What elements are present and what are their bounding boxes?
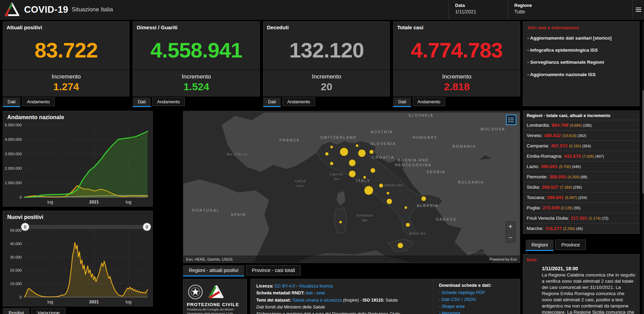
tab-dati[interactable]: Dati <box>393 97 411 106</box>
visualizza-licenza-link[interactable]: Visualizza licenza <box>299 284 333 289</box>
region-bubble[interactable] <box>421 196 426 201</box>
tab-dati[interactable]: Dati <box>133 97 150 106</box>
tab-map-regioni[interactable]: Regioni - attuali positivi <box>183 265 244 275</box>
tab-positivi[interactable]: Positivi <box>3 308 30 314</box>
tab-andamento[interactable]: Andamento <box>282 97 315 106</box>
tab-regioni[interactable]: Regioni <box>526 240 554 250</box>
region-row[interactable]: Piemonte:385.055(4.259)(88) <box>523 171 639 182</box>
protezione-civile-card: PROTEZIONE CIVILE Presidenza del Consigl… <box>183 279 247 314</box>
region-row[interactable]: Veneto:480.822(10.818)(362) <box>523 130 639 140</box>
map-country-label: HERZEGOVINA <box>395 163 432 167</box>
info-link[interactable]: - Sorveglianza settimanale Regioni <box>527 59 613 65</box>
region-row[interactable]: Marche:116.277(2.256)(45) <box>523 223 639 233</box>
svg-text:2021: 2021 <box>89 200 99 205</box>
map-country-label: HUNGARY <box>412 135 437 139</box>
map-country-label: GREECE <box>436 217 457 221</box>
increment-label: Incremento <box>312 73 341 80</box>
region-bubble[interactable] <box>358 149 366 157</box>
download-link[interactable]: - Shape aree <box>439 304 514 309</box>
tab-andamento[interactable]: Andamento <box>22 97 55 106</box>
region-bubble[interactable] <box>371 168 375 173</box>
region-total: 395.591 <box>541 164 558 169</box>
info-link[interactable]: - Aggiornamento dati sanitari [storico] <box>527 35 613 41</box>
layers-button[interactable] <box>506 115 516 125</box>
region-bubble[interactable] <box>387 192 389 195</box>
tab-andamento[interactable]: Andamento <box>152 97 185 106</box>
card-title: Deceduti <box>264 22 389 30</box>
tab-dati[interactable]: Dati <box>263 97 281 106</box>
scrollbar-thumb[interactable] <box>642 90 644 193</box>
dati-link[interactable]: dati <box>306 291 313 295</box>
info-link[interactable]: - Aggiornamento nazionale ISS <box>527 72 613 78</box>
region-increment: (407) <box>595 154 604 158</box>
app-header: COVID-19 Situazione Italia Data 1/11/202… <box>0 0 644 20</box>
hamburger-icon <box>636 7 641 13</box>
aree-link[interactable]: aree <box>316 291 325 295</box>
region-bubble[interactable] <box>405 206 407 209</box>
region-bubble[interactable] <box>379 184 383 188</box>
region-name: Friuli Venezia Giulia: <box>527 216 569 221</box>
cc-by-link[interactable]: CC-BY-4.0 <box>275 284 295 289</box>
region-row[interactable]: Puglia:273.009(3.125)(95) <box>523 202 639 213</box>
protezione-civile-logo-icon <box>5 3 19 17</box>
region-bubble[interactable] <box>340 148 348 156</box>
region-bubble[interactable] <box>330 162 333 165</box>
region-bubble[interactable] <box>387 199 392 204</box>
map-zoom-in-button[interactable]: + <box>505 221 516 232</box>
region-increment: (445) <box>572 165 581 169</box>
menu-button[interactable] <box>632 0 644 19</box>
card-title: Attuali positivi <box>3 22 129 30</box>
region-row[interactable]: Sicilia:308.527(7.384)(295) <box>523 182 639 192</box>
note-timestamp: 1/11/2021, 18:00 <box>542 266 636 271</box>
region-bubble[interactable] <box>325 152 329 156</box>
region-bubble[interactable] <box>330 146 333 148</box>
iso-label: ISO 19115: <box>363 298 384 303</box>
svg-text:30.000: 30.000 <box>10 255 22 259</box>
map-country-label: MOLDOVA <box>481 127 505 131</box>
note-panel: Note 1/11/2021, 18:00 La Regione Calabri… <box>523 254 640 314</box>
page-scrollbar[interactable] <box>642 21 644 314</box>
chart-andamento-nazionale: Andamento nazionale 5.000.0004.000.0003.… <box>3 111 153 207</box>
tab-variazione[interactable]: Variazione <box>31 308 65 314</box>
salute-umana-link[interactable]: Salute umana e sicurezza <box>292 298 342 303</box>
map-sea-label: Ligurian <box>330 172 343 176</box>
map-sea-label: Ionian Sea <box>409 231 426 235</box>
download-link[interactable]: - Dati CSV / JSON <box>439 297 514 302</box>
region-name: Emilia-Romagna: <box>527 154 562 159</box>
card-attuali-positivi: Attuali positivi 83.722 Incremento 1.274 <box>3 21 129 96</box>
region-bubble[interactable] <box>356 144 358 147</box>
region-row[interactable]: Lombardia:894.769(9.684)(186) <box>523 120 639 130</box>
map-zoom-out-button[interactable]: − <box>505 232 516 243</box>
map-canvas[interactable]: FRANCESWITZERLANDAUSTRIASLOVAKIAHUNGARYM… <box>183 111 520 263</box>
region-bubble[interactable] <box>339 221 342 223</box>
card-block-totale: Totale casi 4.774.783 Incremento 2.818 D… <box>393 21 520 107</box>
protezione-civile-triangle-icon <box>208 284 224 300</box>
region-bubble[interactable] <box>349 159 356 166</box>
download-link[interactable]: - Schede riepilogo PDF <box>439 290 514 295</box>
region-bubble[interactable] <box>364 186 373 195</box>
region-bubble[interactable] <box>369 150 374 154</box>
region-bubble[interactable] <box>398 243 403 248</box>
region-bubble[interactable] <box>363 176 366 179</box>
svg-text:10.000: 10.000 <box>10 282 22 286</box>
region-attuali: (3.125) <box>561 206 573 210</box>
map-country-label: SLOVENIA <box>370 142 396 146</box>
region-row[interactable]: Toscana:289.841(5.897)(204) <box>523 192 639 202</box>
region-bubble[interactable] <box>349 170 356 177</box>
info-link[interactable]: - Infografica epidemiologica ISS <box>527 47 613 53</box>
region-name: Sicilia: <box>527 185 540 190</box>
map-country-label: SWITZERLAND <box>320 135 357 139</box>
tab-map-province[interactable]: Province - casi totali <box>246 265 301 275</box>
tab-dati[interactable]: Dati <box>3 97 20 106</box>
region-bubble[interactable] <box>406 223 410 227</box>
svg-text:lug: lug <box>126 300 131 304</box>
region-row[interactable]: Friuli Venezia Giulia:117.301(2.174)(72) <box>523 213 639 223</box>
region-row[interactable]: Lazio:395.591(9.750)(445) <box>523 161 639 171</box>
tab-andamento[interactable]: Andamento <box>413 97 446 106</box>
download-link[interactable]: - Metadata <box>439 311 514 314</box>
region-row[interactable]: Campania:467.572(9.150)(354) <box>523 140 639 151</box>
region-row[interactable]: Emilia-Romagna:432.679(7.526)(407) <box>523 151 639 161</box>
region-attuali: (9.150) <box>569 144 581 148</box>
svg-text:0: 0 <box>20 195 22 199</box>
tab-province[interactable]: Province <box>555 240 586 250</box>
